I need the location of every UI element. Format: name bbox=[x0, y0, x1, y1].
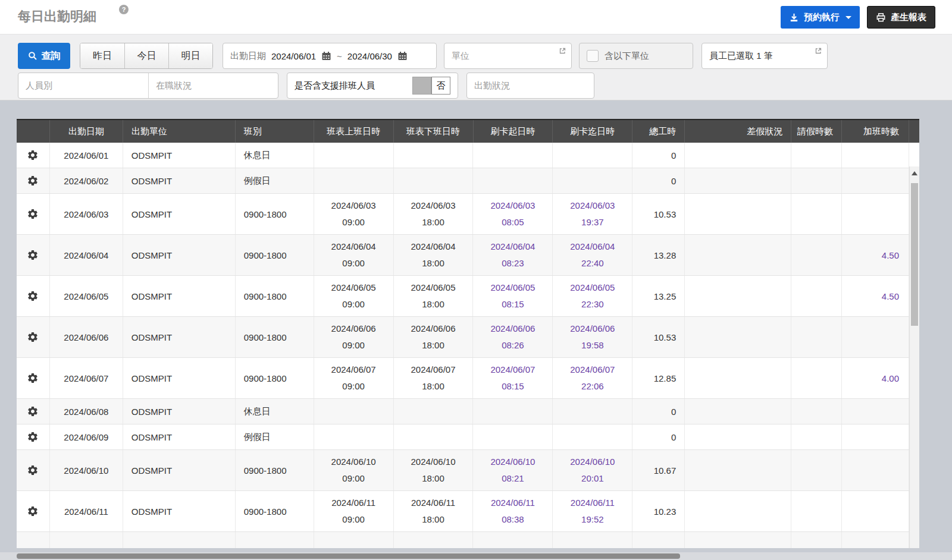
external-link-icon[interactable] bbox=[559, 47, 566, 55]
cell-shift bbox=[236, 532, 314, 548]
help-icon[interactable]: ? bbox=[119, 5, 129, 14]
support-shift-field: 是否含支援排班人員 否 bbox=[287, 73, 458, 99]
row-settings-button[interactable] bbox=[17, 450, 50, 490]
row-settings-button[interactable] bbox=[17, 168, 50, 193]
gear-icon[interactable] bbox=[27, 175, 39, 187]
datetime-time: 18:00 bbox=[422, 255, 444, 272]
datetime-date: 2024/06/03 bbox=[570, 197, 615, 214]
datetime-date: 2024/06/05 bbox=[331, 279, 376, 296]
cell-swipe-in[interactable]: 2024/06/0708:15 bbox=[473, 358, 553, 398]
cell-swipe-out[interactable]: 2024/06/0619:58 bbox=[553, 317, 632, 357]
row-settings-button[interactable] bbox=[17, 143, 50, 168]
gear-icon[interactable] bbox=[27, 290, 39, 302]
row-settings-button[interactable] bbox=[17, 235, 50, 275]
table-row: 2024/06/09ODSMPIT例假日0 bbox=[17, 424, 909, 450]
external-link-icon[interactable] bbox=[815, 47, 822, 55]
cell-swipe-in[interactable]: 2024/06/0308:05 bbox=[473, 194, 553, 234]
scroll-up-arrow-icon[interactable] bbox=[912, 171, 917, 175]
row-settings-button[interactable] bbox=[17, 358, 50, 398]
datetime-time: 08:26 bbox=[502, 337, 524, 354]
unit-field[interactable]: 單位 bbox=[444, 43, 572, 69]
row-settings-button[interactable] bbox=[17, 399, 50, 424]
cell-ot[interactable]: 4.00 bbox=[842, 358, 909, 398]
cell-total: 12.85 bbox=[632, 358, 685, 398]
toggle-knob bbox=[412, 77, 431, 95]
employee-selected-text: 員工已選取 1 筆 bbox=[709, 51, 773, 62]
cell-swipe-in[interactable]: 2024/06/1108:38 bbox=[473, 491, 553, 531]
header-scroll-spacer bbox=[909, 120, 919, 143]
row-settings-button[interactable] bbox=[17, 491, 50, 531]
cell-ot[interactable]: 4.50 bbox=[842, 276, 909, 316]
calendar-icon[interactable] bbox=[397, 51, 408, 61]
cell-shift: 0900-1800 bbox=[236, 450, 314, 490]
date-from-value[interactable]: 2024/06/01 bbox=[271, 51, 316, 61]
row-settings-button[interactable] bbox=[17, 194, 50, 234]
cell-swipe-in[interactable]: 2024/06/1008:21 bbox=[473, 450, 553, 490]
schedule-run-button[interactable]: 預約執行 bbox=[781, 6, 860, 29]
gear-icon[interactable] bbox=[27, 464, 39, 476]
cell-swipe-out[interactable]: 2024/06/0422:40 bbox=[553, 235, 632, 275]
vertical-scrollbar-thumb[interactable] bbox=[911, 183, 918, 326]
range-separator: ~ bbox=[337, 51, 342, 61]
gear-icon[interactable] bbox=[27, 208, 39, 220]
cell-swipe-out[interactable]: 2024/06/0319:37 bbox=[553, 194, 632, 234]
gear-icon[interactable] bbox=[27, 431, 39, 443]
generate-report-button[interactable]: 產生報表 bbox=[867, 6, 935, 29]
datetime-date: 2024/06/06 bbox=[411, 320, 455, 337]
cell-swipe-in[interactable]: 2024/06/12 bbox=[473, 532, 553, 548]
cell-date: 2024/06/11 bbox=[50, 491, 123, 531]
gear-icon[interactable] bbox=[27, 505, 39, 517]
cell-ot bbox=[842, 532, 909, 548]
datetime-date: 2024/06/12 bbox=[570, 544, 615, 548]
cell-swipe-out[interactable]: 2024/06/0722:06 bbox=[553, 358, 632, 398]
tomorrow-button[interactable]: 明日 bbox=[168, 43, 212, 68]
calendar-icon[interactable] bbox=[321, 51, 331, 61]
employment-status-field[interactable]: 在職狀況 bbox=[148, 73, 278, 98]
horizontal-scrollbar-thumb[interactable] bbox=[17, 553, 680, 559]
cell-ot[interactable]: 4.50 bbox=[842, 235, 909, 275]
cell-swipe-in[interactable]: 2024/06/0608:26 bbox=[473, 317, 553, 357]
yesterday-button[interactable]: 昨日 bbox=[80, 43, 124, 68]
datetime-date: 2024/06/12 bbox=[411, 544, 455, 548]
attendance-status-field[interactable]: 出勤狀況 bbox=[466, 73, 594, 99]
chevron-down-icon bbox=[845, 16, 851, 19]
row-settings-button[interactable] bbox=[17, 424, 50, 449]
date-to-value[interactable]: 2024/06/30 bbox=[347, 51, 392, 61]
cell-swipe-out[interactable]: 2024/06/1119:52 bbox=[553, 491, 632, 531]
gear-icon[interactable] bbox=[27, 249, 39, 261]
cell-sched-in bbox=[314, 168, 394, 193]
datetime-time: 08:05 bbox=[502, 214, 524, 231]
gear-icon[interactable] bbox=[27, 372, 39, 384]
datetime-date: 2024/06/05 bbox=[411, 279, 455, 296]
gear-icon[interactable] bbox=[27, 405, 39, 417]
support-shift-toggle[interactable]: 否 bbox=[412, 77, 450, 95]
employee-selector-field[interactable]: 員工已選取 1 筆 bbox=[702, 43, 828, 69]
cell-swipe-in[interactable]: 2024/06/0408:23 bbox=[473, 235, 553, 275]
cell-unit: ODSMPIT bbox=[123, 358, 236, 398]
today-button[interactable]: 今日 bbox=[124, 43, 168, 68]
query-button[interactable]: 查詢 bbox=[18, 43, 70, 69]
datetime-date: 2024/06/04 bbox=[570, 238, 615, 255]
gear-icon[interactable] bbox=[27, 331, 39, 343]
row-settings-button[interactable] bbox=[17, 532, 50, 548]
cell-swipe-out[interactable]: 2024/06/0522:30 bbox=[553, 276, 632, 316]
toggle-state-label: 否 bbox=[431, 77, 450, 95]
cell-unit: ODSMPIT bbox=[123, 194, 236, 234]
cell-swipe-out[interactable]: 2024/06/1020:01 bbox=[553, 450, 632, 490]
cell-leaveh bbox=[791, 491, 842, 531]
gear-icon[interactable] bbox=[27, 149, 39, 161]
include-subunits-checkbox[interactable] bbox=[587, 50, 599, 62]
cell-swipe-in[interactable]: 2024/06/0508:15 bbox=[473, 276, 553, 316]
cell-shift: 0900-1800 bbox=[236, 194, 314, 234]
vertical-scrollbar[interactable] bbox=[909, 166, 919, 548]
cell-swipe-out[interactable]: 2024/06/12 bbox=[553, 532, 632, 548]
horizontal-scrollbar[interactable] bbox=[0, 552, 952, 560]
cell-shift: 休息日 bbox=[236, 399, 314, 424]
personnel-type-field[interactable]: 人員別 bbox=[18, 73, 148, 98]
datetime-date: 2024/06/07 bbox=[490, 361, 535, 378]
row-settings-button[interactable] bbox=[17, 317, 50, 357]
cell-sched-out: 2024/06/0518:00 bbox=[394, 276, 474, 316]
row-settings-button[interactable] bbox=[17, 276, 50, 316]
cell-total: 0 bbox=[632, 424, 685, 449]
cell-leaveh bbox=[791, 317, 842, 357]
